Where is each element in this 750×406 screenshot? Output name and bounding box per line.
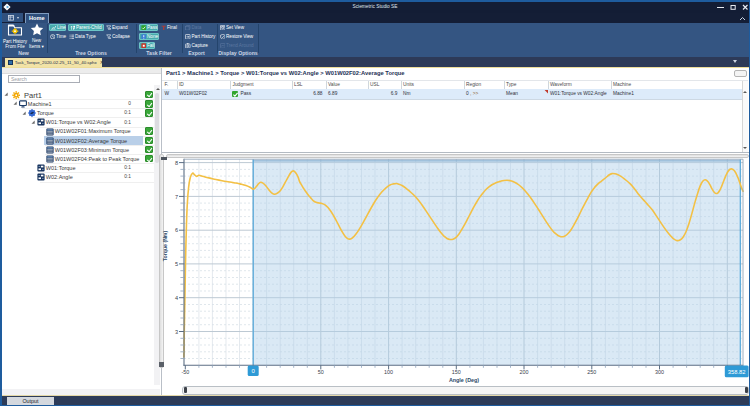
svg-text:250: 250 bbox=[587, 369, 596, 375]
svg-text:Angle (Deg): Angle (Deg) bbox=[449, 377, 479, 383]
svg-text:5: 5 bbox=[175, 261, 178, 267]
svg-text:358.82: 358.82 bbox=[728, 369, 746, 375]
svg-text:150: 150 bbox=[452, 369, 461, 375]
svg-text:8: 8 bbox=[175, 160, 178, 166]
svg-text:3: 3 bbox=[175, 329, 178, 335]
svg-text:200: 200 bbox=[520, 369, 529, 375]
svg-text:50: 50 bbox=[318, 369, 324, 375]
svg-text:6: 6 bbox=[175, 227, 178, 233]
svg-text:-50: -50 bbox=[181, 369, 189, 375]
svg-text:Torque (Nm): Torque (Nm) bbox=[162, 231, 168, 262]
svg-text:300: 300 bbox=[655, 369, 664, 375]
svg-text:4: 4 bbox=[175, 295, 178, 301]
svg-text:7: 7 bbox=[175, 194, 178, 200]
svg-text:100: 100 bbox=[384, 369, 393, 375]
